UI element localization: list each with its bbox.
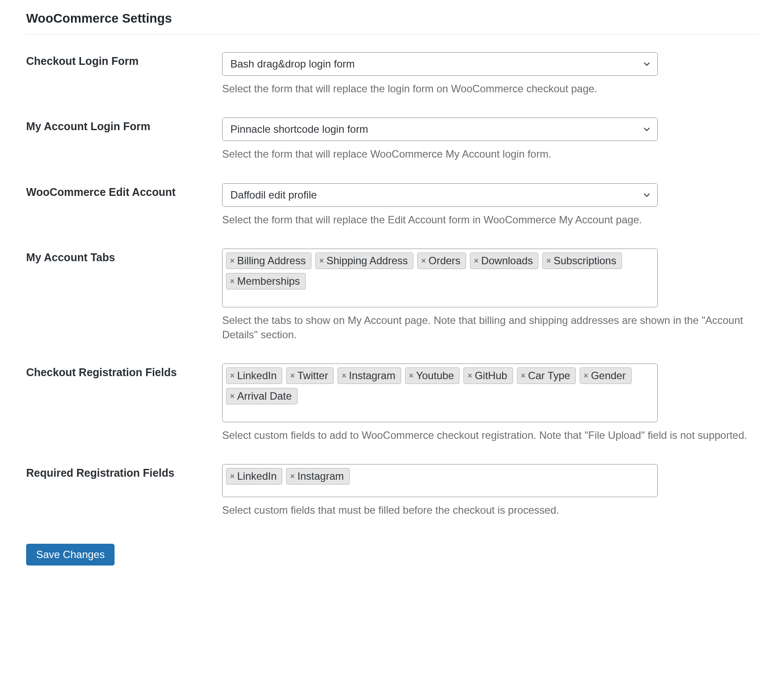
remove-tag-icon[interactable]: × (341, 372, 346, 380)
chevron-down-icon (642, 60, 651, 68)
tag-label: Orders (429, 255, 460, 267)
required-registration-fields-label: Required Registration Fields (26, 464, 222, 539)
tag-label: Instagram (349, 370, 395, 382)
tag-item[interactable]: ×Youtube (405, 367, 460, 384)
tag-item[interactable]: ×Billing Address (226, 252, 311, 269)
tag-item[interactable]: ×Orders (417, 252, 466, 269)
tag-item[interactable]: ×Instagram (338, 367, 401, 384)
remove-tag-icon[interactable]: × (421, 257, 426, 265)
tag-label: Shipping Address (326, 255, 408, 267)
my-account-tabs-description: Select the tabs to show on My Account pa… (222, 313, 758, 342)
checkout-login-form-label: Checkout Login Form (26, 52, 222, 118)
remove-tag-icon[interactable]: × (290, 372, 295, 380)
my-account-login-form-value: Pinnacle shortcode login form (230, 123, 368, 135)
woocommerce-edit-account-description: Select the form that will replace the Ed… (222, 213, 758, 227)
remove-tag-icon[interactable]: × (584, 372, 588, 380)
remove-tag-icon[interactable]: × (521, 372, 526, 380)
tag-item[interactable]: ×Instagram (286, 468, 349, 485)
divider (26, 34, 758, 35)
remove-tag-icon[interactable]: × (290, 472, 295, 480)
tag-item[interactable]: ×Subscriptions (542, 252, 622, 269)
tag-item[interactable]: ×Car Type (517, 367, 576, 384)
my-account-tabs-label: My Account Tabs (26, 249, 222, 364)
tag-label: Twitter (297, 370, 328, 382)
tag-item[interactable]: ×LinkedIn (226, 367, 282, 384)
tag-item[interactable]: ×Arrival Date (226, 388, 297, 404)
tag-label: Billing Address (237, 255, 306, 267)
my-account-login-form-description: Select the form that will replace WooCom… (222, 147, 758, 161)
tag-label: Car Type (528, 370, 570, 382)
my-account-login-form-select[interactable]: Pinnacle shortcode login form (222, 118, 658, 141)
remove-tag-icon[interactable]: × (409, 372, 414, 380)
woocommerce-edit-account-value: Daffodil edit profile (230, 189, 317, 201)
remove-tag-icon[interactable]: × (230, 392, 235, 400)
remove-tag-icon[interactable]: × (230, 277, 235, 285)
remove-tag-icon[interactable]: × (474, 257, 479, 265)
remove-tag-icon[interactable]: × (230, 472, 235, 480)
required-registration-fields-multiselect[interactable]: ×LinkedIn×Instagram (222, 464, 658, 497)
my-account-login-form-label: My Account Login Form (26, 118, 222, 183)
tag-item[interactable]: ×Twitter (286, 367, 334, 384)
tag-label: Gender (591, 370, 626, 382)
woocommerce-edit-account-select[interactable]: Daffodil edit profile (222, 183, 658, 207)
remove-tag-icon[interactable]: × (230, 372, 235, 380)
tag-label: LinkedIn (237, 470, 277, 482)
tag-label: Instagram (297, 470, 344, 482)
required-registration-fields-description: Select custom fields that must be filled… (222, 503, 758, 517)
checkout-login-form-select[interactable]: Bash drag&drop login form (222, 52, 658, 76)
tag-label: Downloads (481, 255, 533, 267)
chevron-down-icon (642, 191, 651, 199)
tag-item[interactable]: ×GitHub (463, 367, 513, 384)
remove-tag-icon[interactable]: × (319, 257, 324, 265)
tag-label: LinkedIn (237, 370, 277, 382)
checkout-registration-fields-multiselect[interactable]: ×LinkedIn×Twitter×Instagram×Youtube×GitH… (222, 364, 658, 422)
tag-label: Youtube (416, 370, 454, 382)
chevron-down-icon (642, 125, 651, 134)
my-account-tabs-multiselect[interactable]: ×Billing Address×Shipping Address×Orders… (222, 249, 658, 307)
tag-label: Memberships (237, 275, 300, 287)
tag-item[interactable]: ×Shipping Address (315, 252, 413, 269)
tag-label: Arrival Date (237, 390, 292, 402)
checkout-registration-fields-label: Checkout Registration Fields (26, 364, 222, 464)
tag-label: Subscriptions (554, 255, 616, 267)
tag-item[interactable]: ×Downloads (470, 252, 538, 269)
tag-label: GitHub (475, 370, 507, 382)
save-button[interactable]: Save Changes (26, 544, 115, 566)
woocommerce-edit-account-label: WooCommerce Edit Account (26, 183, 222, 249)
tag-item[interactable]: ×Gender (580, 367, 632, 384)
checkout-registration-fields-description: Select custom fields to add to WooCommer… (222, 428, 758, 442)
tag-item[interactable]: ×LinkedIn (226, 468, 282, 485)
checkout-login-form-value: Bash drag&drop login form (230, 58, 355, 70)
page-title: WooCommerce Settings (26, 9, 758, 34)
tag-item[interactable]: ×Memberships (226, 273, 306, 290)
remove-tag-icon[interactable]: × (546, 257, 551, 265)
remove-tag-icon[interactable]: × (230, 257, 235, 265)
remove-tag-icon[interactable]: × (467, 372, 472, 380)
checkout-login-form-description: Select the form that will replace the lo… (222, 82, 758, 96)
